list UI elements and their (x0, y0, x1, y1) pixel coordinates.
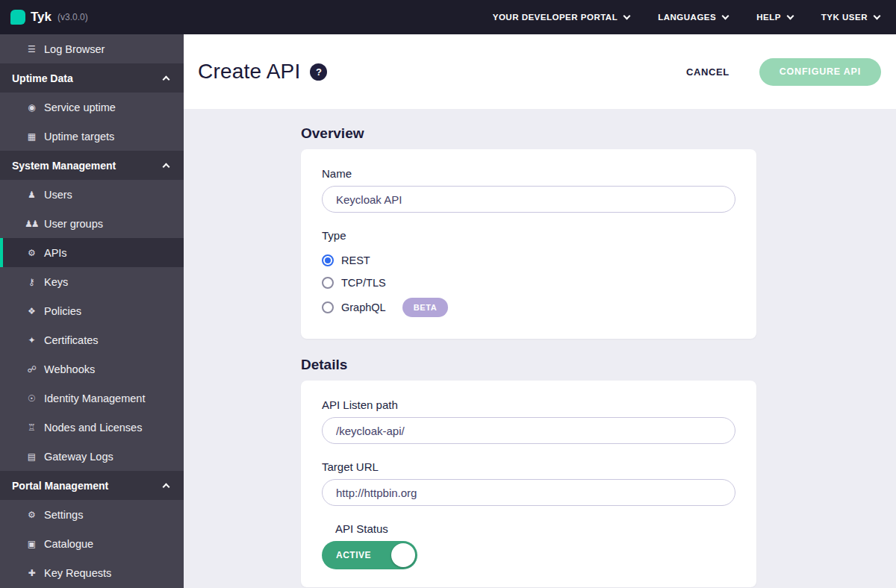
chevron-down-icon (874, 12, 881, 19)
sidebar-item-label: Key Requests (44, 567, 111, 579)
sidebar-item-label: Nodes and Licenses (44, 422, 142, 434)
radio-selected-icon[interactable] (322, 254, 334, 266)
chevron-down-icon (722, 12, 729, 19)
sidebar-item-catalogue[interactable]: ▣ Catalogue (0, 529, 184, 558)
sidebar-item-nodes-and-licenses[interactable]: ♖ Nodes and Licenses (0, 413, 184, 442)
policies-icon: ❖ (25, 306, 37, 316)
details-heading: Details (301, 357, 896, 373)
page-title: Create API (198, 60, 300, 84)
sidebar-item-service-uptime[interactable]: ◉ Service uptime (0, 93, 184, 122)
sidebar-item-certificates[interactable]: ✦ Certificates (0, 325, 184, 354)
user-groups-icon: ♟♟ (25, 219, 37, 229)
sidebar-item-label: Users (44, 189, 72, 201)
sidebar-item-webhooks[interactable]: ☍ Webhooks (0, 354, 184, 384)
uptime-targets-icon: ▦ (25, 131, 37, 142)
nav-menu-developer-portal[interactable]: YOUR DEVELOPER PORTAL (493, 13, 629, 22)
sidebar-item-gateway-logs[interactable]: ▤ Gateway Logs (0, 442, 184, 471)
toggle-knob-icon[interactable] (391, 543, 415, 567)
sidebar-item-keys[interactable]: ⚷ Keys (0, 267, 184, 296)
tyk-logo-icon (10, 10, 25, 25)
tyk-logo[interactable]: Tyk (v3.0.0) (10, 10, 88, 25)
main-area: Create API ? CANCEL CONFIGURE API Overvi… (184, 34, 896, 588)
sidebar-section-system-management[interactable]: System Management (0, 151, 184, 180)
sidebar-item-log-browser[interactable]: ☰ Log Browser (0, 34, 184, 63)
chevron-down-icon (623, 12, 631, 19)
nav-menu-tyk-user[interactable]: TYK USER (821, 13, 880, 22)
chevron-down-icon (786, 12, 794, 19)
brand-name: Tyk (31, 10, 52, 25)
sidebar-section-uptime-data[interactable]: Uptime Data (0, 63, 184, 93)
overview-heading: Overview (301, 125, 896, 142)
sidebar-item-identity-management[interactable]: ☉ Identity Management (0, 384, 184, 413)
sidebar-item-key-requests[interactable]: ✚ Key Requests (0, 558, 184, 587)
sidebar-section-label: Portal Management (12, 480, 108, 492)
target-url-input[interactable] (322, 479, 735, 506)
configure-api-button[interactable]: CONFIGURE API (759, 58, 881, 86)
radio-unselected-icon[interactable] (322, 301, 334, 313)
api-listen-path-label: API Listen path (322, 398, 735, 411)
type-label: Type (322, 229, 735, 242)
sidebar-section-label: Uptime Data (12, 72, 73, 84)
radio-label: GraphQL (341, 301, 386, 313)
sidebar-item-label: Gateway Logs (44, 451, 113, 463)
identity-management-icon: ☉ (25, 393, 37, 404)
api-listen-path-input[interactable] (322, 417, 735, 444)
sidebar-item-label: Uptime targets (44, 131, 114, 143)
name-input[interactable] (322, 186, 735, 213)
sidebar-item-label: Certificates (44, 334, 99, 346)
certificates-icon: ✦ (25, 335, 37, 345)
radio-label: REST (341, 254, 370, 266)
version-label: (v3.0.0) (57, 12, 88, 22)
service-uptime-icon: ◉ (25, 102, 37, 113)
nav-menu-label: HELP (756, 13, 781, 22)
nav-menu-label: TYK USER (821, 13, 868, 22)
users-icon: ♟ (25, 190, 37, 200)
cancel-button[interactable]: CANCEL (682, 66, 734, 78)
sidebar-item-label: Identity Management (44, 392, 145, 404)
api-status-toggle[interactable]: ACTIVE (322, 541, 417, 569)
sidebar-item-label: Webhooks (44, 363, 95, 375)
radio-tcp-tls[interactable]: TCP/TLS (322, 272, 735, 294)
sidebar-item-users[interactable]: ♟ Users (0, 180, 184, 209)
sidebar-item-label: Policies (44, 305, 81, 317)
webhooks-icon: ☍ (25, 364, 37, 375)
settings-icon: ⚙ (25, 510, 37, 520)
sidebar-item-label: Log Browser (44, 43, 105, 55)
toggle-state-label: ACTIVE (336, 550, 371, 560)
top-navbar: Tyk (v3.0.0) YOUR DEVELOPER PORTAL LANGU… (0, 0, 896, 34)
nav-menu-languages[interactable]: LANGUAGES (658, 13, 728, 22)
sidebar-item-apis[interactable]: ⚙ APIs (0, 238, 184, 267)
page-header: Create API ? CANCEL CONFIGURE API (184, 34, 896, 109)
catalogue-icon: ▣ (25, 539, 37, 549)
sidebar-item-label: APIs (44, 247, 67, 259)
sidebar-section-label: System Management (12, 160, 116, 172)
keys-icon: ⚷ (25, 277, 37, 287)
log-browser-icon: ☰ (25, 44, 37, 54)
sidebar-item-label: User groups (44, 218, 103, 230)
sidebar-item-settings[interactable]: ⚙ Settings (0, 500, 184, 529)
chevron-up-icon (163, 484, 170, 491)
key-requests-icon: ✚ (25, 568, 37, 578)
api-status-label: API Status (335, 522, 735, 535)
details-card: API Listen path Target URL API Status AC… (301, 381, 756, 587)
target-url-label: Target URL (322, 460, 735, 473)
gateway-logs-icon: ▤ (25, 451, 37, 462)
sidebar-section-portal-management[interactable]: Portal Management (0, 471, 184, 500)
apis-icon: ⚙ (25, 248, 37, 258)
sidebar-item-user-groups[interactable]: ♟♟ User groups (0, 209, 184, 238)
chevron-up-icon (163, 163, 170, 171)
nav-menu-label: YOUR DEVELOPER PORTAL (493, 13, 617, 22)
sidebar-item-uptime-targets[interactable]: ▦ Uptime targets (0, 122, 184, 151)
app-window: Tyk (v3.0.0) YOUR DEVELOPER PORTAL LANGU… (0, 0, 896, 588)
sidebar-item-policies[interactable]: ❖ Policies (0, 296, 184, 325)
nav-menu-help[interactable]: HELP (756, 13, 793, 22)
type-options: REST TCP/TLS GraphQL BETA (322, 249, 735, 321)
radio-graphql[interactable]: GraphQL BETA (322, 294, 735, 321)
sidebar-item-label: Catalogue (44, 538, 93, 550)
radio-rest[interactable]: REST (322, 249, 735, 272)
name-label: Name (322, 167, 735, 180)
help-icon[interactable]: ? (310, 63, 327, 81)
nav-menu-label: LANGUAGES (658, 13, 716, 22)
radio-unselected-icon[interactable] (322, 277, 334, 289)
nodes-and-licenses-icon: ♖ (25, 422, 37, 433)
